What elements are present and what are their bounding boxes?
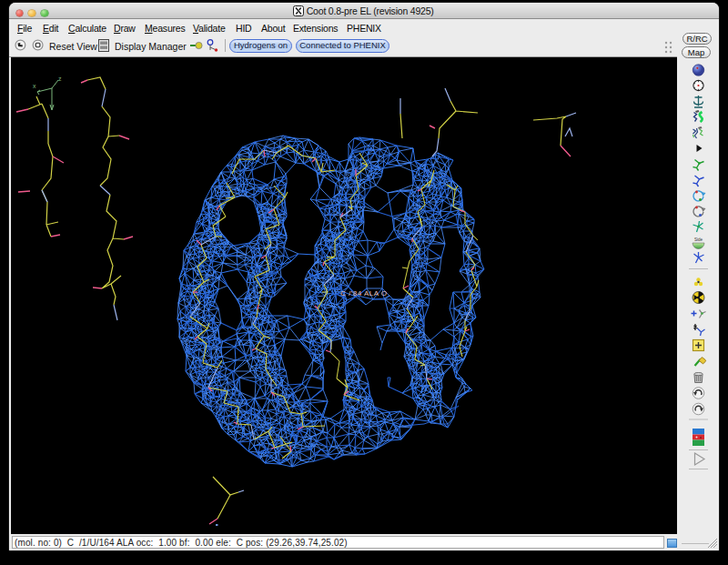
svg-text:z: z [58,76,62,82]
svg-text:x: x [33,83,36,89]
svg-text:Side: Side [694,237,703,242]
svg-text:C /'84 ALA O: C /'84 ALA O [340,289,388,298]
